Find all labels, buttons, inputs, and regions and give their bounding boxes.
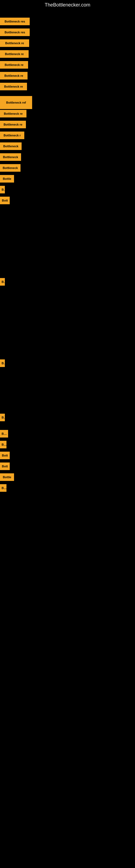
bottleneck-button-btn-14[interactable]: Bottleneck — [0, 164, 20, 172]
bottleneck-button-btn-2[interactable]: Bottleneck res — [0, 29, 30, 36]
bottleneck-button-btn-1[interactable]: Bottleneck res — [0, 18, 30, 25]
bottleneck-button-btn-25[interactable]: Bottle — [0, 473, 14, 481]
bottleneck-button-btn-6[interactable]: Bottleneck re — [0, 72, 28, 80]
bottleneck-button-btn-7[interactable]: Bottleneck re — [0, 83, 27, 90]
bottleneck-button-btn-22[interactable]: Bo — [0, 441, 6, 448]
bottleneck-button-btn-18[interactable]: B — [0, 278, 5, 286]
bottleneck-button-btn-10[interactable]: Bottleneck re — [0, 121, 26, 128]
bottleneck-button-btn-15[interactable]: Bottle — [0, 175, 14, 183]
site-title: TheBottlenecker.com — [0, 0, 135, 10]
bottleneck-button-btn-8[interactable]: Bottleneck ref — [0, 96, 32, 109]
bottleneck-button-btn-21[interactable]: Bot — [0, 430, 8, 437]
bottleneck-button-btn-20[interactable]: B — [0, 414, 5, 421]
bottleneck-button-btn-24[interactable]: Bott — [0, 463, 10, 470]
bottleneck-button-btn-11[interactable]: Bottleneck r — [0, 131, 24, 139]
bottleneck-button-btn-26[interactable]: Bo — [0, 484, 6, 492]
bottleneck-button-btn-13[interactable]: Bottleneck — [0, 153, 21, 161]
bottleneck-button-btn-17[interactable]: Bott — [0, 197, 10, 204]
bottleneck-button-btn-9[interactable]: Bottleneck re — [0, 110, 27, 118]
bottleneck-button-btn-23[interactable]: Bott — [0, 452, 10, 459]
bottleneck-button-btn-19[interactable]: B — [0, 360, 5, 367]
bottleneck-button-btn-3[interactable]: Bottleneck re — [0, 39, 29, 47]
bottleneck-button-btn-4[interactable]: Bottleneck re — [0, 50, 29, 58]
bottleneck-button-btn-16[interactable]: B — [0, 186, 5, 193]
bottleneck-button-btn-12[interactable]: Bottleneck — [0, 143, 21, 150]
bottleneck-button-btn-5[interactable]: Bottleneck re — [0, 61, 28, 69]
